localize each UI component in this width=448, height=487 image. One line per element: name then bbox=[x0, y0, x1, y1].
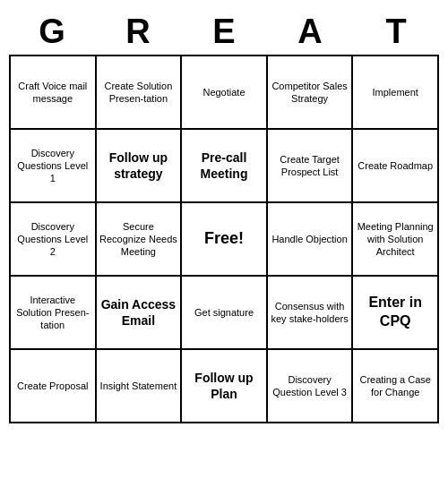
bingo-cell-11: Secure Recognize Needs Meeting bbox=[97, 203, 183, 277]
header-r: R bbox=[95, 9, 181, 55]
bingo-cell-7: Pre-call Meeting bbox=[182, 130, 268, 203]
header-g: G bbox=[9, 9, 95, 55]
bingo-cell-12: Free! bbox=[182, 203, 268, 277]
header-e: E bbox=[181, 9, 267, 55]
bingo-cell-4: Implement bbox=[353, 56, 439, 130]
bingo-cell-18: Consensus with key stake-holders bbox=[268, 277, 354, 350]
bingo-cell-17: Get signature bbox=[182, 277, 268, 350]
bingo-cell-6: Follow up strategy bbox=[97, 130, 183, 203]
header-a: A bbox=[267, 9, 353, 55]
bingo-card: G R E A T Craft Voice mail messageCreate… bbox=[9, 9, 439, 423]
bingo-header: G R E A T bbox=[9, 9, 439, 55]
bingo-cell-21: Insight Statement bbox=[97, 350, 183, 423]
bingo-cell-5: Discovery Questions Level 1 bbox=[11, 130, 97, 203]
bingo-cell-1: Create Solution Presen-tation bbox=[97, 56, 183, 130]
bingo-cell-9: Create Roadmap bbox=[353, 130, 439, 203]
header-t: T bbox=[353, 9, 439, 55]
bingo-cell-24: Creating a Case for Change bbox=[353, 350, 439, 423]
bingo-grid: Craft Voice mail messageCreate Solution … bbox=[9, 55, 439, 423]
bingo-cell-0: Craft Voice mail message bbox=[11, 56, 97, 130]
bingo-cell-10: Discovery Questions Level 2 bbox=[11, 203, 97, 277]
bingo-cell-2: Negotiate bbox=[182, 56, 268, 130]
bingo-cell-15: Interactive Solution Presen-tation bbox=[11, 277, 97, 350]
bingo-cell-16: Gain Access Email bbox=[97, 277, 183, 350]
bingo-cell-3: Competitor Sales Strategy bbox=[268, 56, 354, 130]
bingo-cell-22: Follow up Plan bbox=[182, 350, 268, 423]
bingo-cell-23: Discovery Question Level 3 bbox=[268, 350, 354, 423]
bingo-cell-20: Create Proposal bbox=[11, 350, 97, 423]
bingo-cell-19: Enter in CPQ bbox=[353, 277, 439, 350]
bingo-cell-8: Create Target Prospect List bbox=[268, 130, 354, 203]
bingo-cell-14: Meeting Planning with Solution Architect bbox=[353, 203, 439, 277]
bingo-cell-13: Handle Objection bbox=[268, 203, 354, 277]
